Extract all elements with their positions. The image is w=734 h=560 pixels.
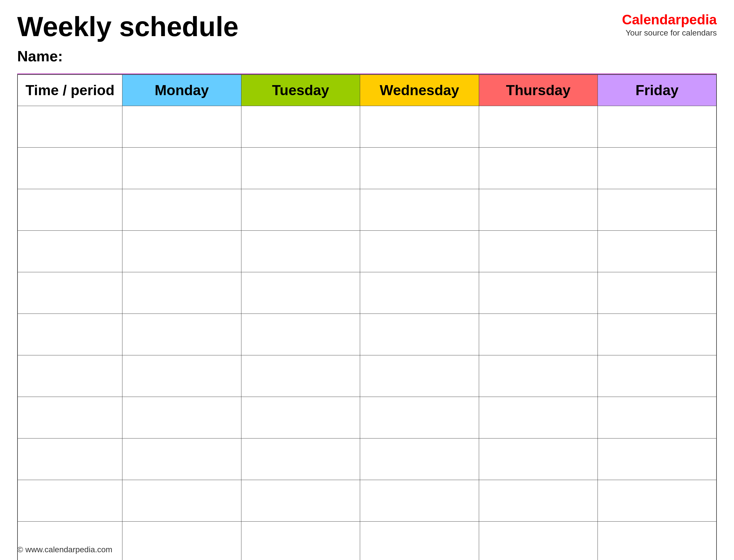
footer: © www.calendarpedia.com	[17, 545, 112, 554]
table-cell[interactable]	[598, 480, 717, 522]
table-cell[interactable]	[241, 480, 360, 522]
table-cell[interactable]	[360, 272, 479, 314]
table-cell[interactable]	[122, 272, 241, 314]
table-cell[interactable]	[122, 522, 241, 560]
col-header-tuesday: Tuesday	[241, 75, 360, 106]
table-row	[17, 231, 717, 272]
table-cell[interactable]	[241, 272, 360, 314]
table-cell[interactable]	[17, 438, 122, 480]
table-cell[interactable]	[122, 314, 241, 355]
table-cell[interactable]	[17, 314, 122, 355]
table-cell[interactable]	[598, 438, 717, 480]
table-cell[interactable]	[17, 231, 122, 272]
col-header-friday: Friday	[598, 75, 717, 106]
table-cell[interactable]	[479, 480, 598, 522]
page: Weekly schedule Calendarpedia Your sourc…	[0, 0, 734, 560]
table-cell[interactable]	[479, 272, 598, 314]
table-cell[interactable]	[122, 480, 241, 522]
table-cell[interactable]	[360, 397, 479, 438]
table-row	[17, 522, 717, 560]
table-cell[interactable]	[17, 189, 122, 231]
table-cell[interactable]	[17, 148, 122, 189]
table-cell[interactable]	[479, 438, 598, 480]
table-cell[interactable]	[360, 438, 479, 480]
table-row	[17, 438, 717, 480]
table-cell[interactable]	[360, 106, 479, 148]
table-cell[interactable]	[479, 106, 598, 148]
header-row: Weekly schedule Calendarpedia Your sourc…	[17, 11, 717, 42]
table-row	[17, 397, 717, 438]
col-header-wednesday: Wednesday	[360, 75, 479, 106]
table-cell[interactable]	[241, 397, 360, 438]
table-cell[interactable]	[598, 397, 717, 438]
table-cell[interactable]	[598, 355, 717, 397]
table-cell[interactable]	[360, 314, 479, 355]
table-row	[17, 189, 717, 231]
table-cell[interactable]	[360, 189, 479, 231]
col-header-thursday: Thursday	[479, 75, 598, 106]
table-cell[interactable]	[241, 231, 360, 272]
table-cell[interactable]	[360, 522, 479, 560]
table-cell[interactable]	[479, 397, 598, 438]
table-cell[interactable]	[241, 314, 360, 355]
table-cell[interactable]	[479, 148, 598, 189]
table-cell[interactable]	[598, 148, 717, 189]
table-cell[interactable]	[241, 148, 360, 189]
table-cell[interactable]	[122, 148, 241, 189]
table-cell[interactable]	[479, 355, 598, 397]
table-cell[interactable]	[241, 355, 360, 397]
table-row	[17, 314, 717, 355]
table-cell[interactable]	[122, 397, 241, 438]
table-cell[interactable]	[122, 189, 241, 231]
table-cell[interactable]	[122, 231, 241, 272]
table-cell[interactable]	[479, 231, 598, 272]
table-cell[interactable]	[598, 189, 717, 231]
table-cell[interactable]	[122, 438, 241, 480]
table-cell[interactable]	[598, 231, 717, 272]
table-cell[interactable]	[360, 231, 479, 272]
table-row	[17, 355, 717, 397]
table-cell[interactable]	[241, 189, 360, 231]
table-cell[interactable]	[598, 272, 717, 314]
table-cell[interactable]	[360, 355, 479, 397]
table-cell[interactable]	[17, 355, 122, 397]
brand-calendar: Calendar	[622, 12, 681, 27]
table-cell[interactable]	[241, 106, 360, 148]
table-cell[interactable]	[360, 480, 479, 522]
table-row	[17, 480, 717, 522]
table-cell[interactable]	[17, 480, 122, 522]
table-cell[interactable]	[17, 106, 122, 148]
table-cell[interactable]	[241, 522, 360, 560]
name-label: Name:	[17, 48, 717, 65]
table-cell[interactable]	[360, 148, 479, 189]
schedule-table: Time / period Monday Tuesday Wednesday T…	[17, 74, 717, 560]
table-cell[interactable]	[598, 522, 717, 560]
table-cell[interactable]	[598, 106, 717, 148]
table-cell[interactable]	[598, 314, 717, 355]
table-row	[17, 106, 717, 148]
table-cell[interactable]	[17, 272, 122, 314]
table-cell[interactable]	[479, 522, 598, 560]
table-cell[interactable]	[241, 438, 360, 480]
table-cell[interactable]	[122, 355, 241, 397]
col-header-time: Time / period	[17, 75, 122, 106]
header-row-table: Time / period Monday Tuesday Wednesday T…	[17, 75, 717, 106]
brand-tagline: Your source for calendars	[622, 28, 717, 38]
brand-name: Calendarpedia	[622, 11, 717, 28]
brand-pedia: pedia	[681, 12, 717, 27]
brand: Calendarpedia Your source for calendars	[622, 11, 717, 38]
col-header-monday: Monday	[122, 75, 241, 106]
table-row	[17, 148, 717, 189]
table-cell[interactable]	[122, 106, 241, 148]
table-cell[interactable]	[479, 314, 598, 355]
table-cell[interactable]	[17, 397, 122, 438]
page-title: Weekly schedule	[17, 11, 238, 42]
table-row	[17, 272, 717, 314]
table-cell[interactable]	[479, 189, 598, 231]
